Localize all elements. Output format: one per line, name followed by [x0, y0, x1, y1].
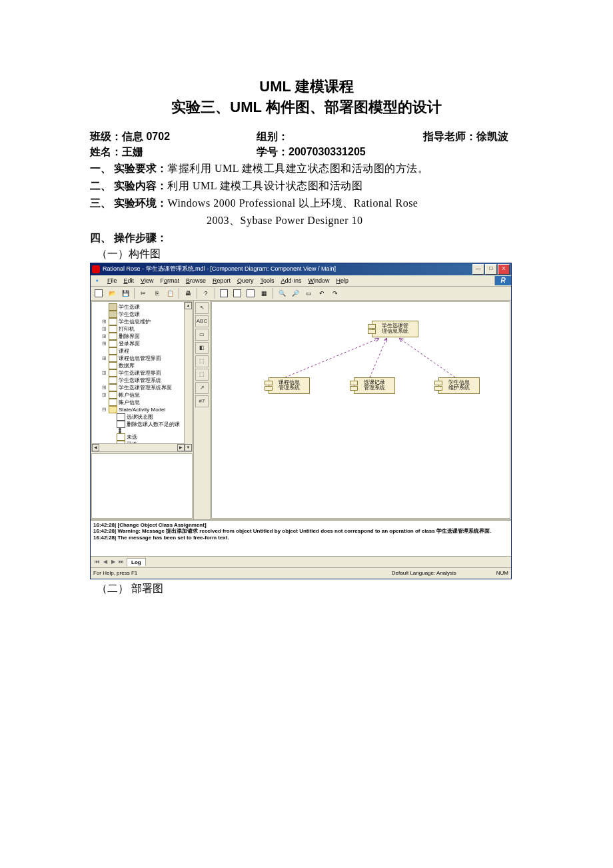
- tb-cut-icon[interactable]: ✂: [137, 287, 149, 299]
- tool-subprog-icon[interactable]: ⬚: [195, 369, 209, 381]
- tb-copy-icon[interactable]: ⎘: [151, 287, 163, 299]
- tree-item-label: 数据库: [119, 362, 135, 369]
- minimize-button[interactable]: —: [472, 264, 484, 275]
- tree-expand-icon[interactable]: ⊞: [101, 391, 107, 399]
- tb-fit-icon[interactable]: ▭: [303, 287, 314, 299]
- tool-lock-icon[interactable]: #7: [195, 395, 209, 407]
- tree-item[interactable]: ⊞学生选课管理系统界面: [93, 384, 191, 391]
- tb-redo-icon[interactable]: ↷: [329, 287, 341, 299]
- scroll-right-icon[interactable]: ▶: [177, 444, 185, 451]
- tree-item[interactable]: 学生选课管理系统: [93, 377, 191, 384]
- sec2-lead: 二、 实验内容：: [90, 180, 167, 191]
- tree-item[interactable]: ⊞打印机: [93, 325, 191, 333]
- tb-view1-icon[interactable]: [218, 287, 230, 299]
- tb-view4-icon[interactable]: ▦: [258, 287, 270, 299]
- menu-browse[interactable]: Browse: [186, 277, 206, 284]
- output-log[interactable]: 16:42:28| [Change Object Class Assignmen…: [91, 521, 511, 556]
- tree-item[interactable]: ⊞学生信息维护: [93, 318, 191, 325]
- menu-file[interactable]: File: [107, 277, 117, 284]
- tb-paste-icon[interactable]: 📋: [164, 287, 176, 299]
- tree-expand-icon[interactable]: ⊟: [101, 406, 107, 413]
- tree-item[interactable]: 课程: [93, 347, 191, 355]
- menu-window[interactable]: Window: [308, 277, 330, 284]
- tree-cls-icon: [109, 384, 117, 391]
- tree-item[interactable]: 未选: [93, 433, 191, 441]
- menu-query[interactable]: Query: [237, 277, 254, 284]
- tree-expand-icon[interactable]: ⊞: [101, 355, 107, 362]
- tb-new-icon[interactable]: [93, 287, 105, 299]
- titlebar[interactable]: Rational Rose - 学生选课管理系统.mdl - [Componen…: [91, 263, 511, 275]
- component-left[interactable]: 课程信息 管理系统: [269, 377, 310, 395]
- tool-text-icon[interactable]: ABC: [195, 315, 209, 327]
- tree-item[interactable]: 学生选课: [93, 311, 191, 318]
- tree-expand-icon[interactable]: ⊞: [101, 340, 107, 347]
- menu-addins[interactable]: Add-Ins: [281, 277, 302, 284]
- maximize-button[interactable]: □: [485, 264, 497, 275]
- name-value: 王姗: [122, 146, 143, 157]
- menu-format[interactable]: Format: [160, 277, 179, 284]
- diagram-canvas[interactable]: 学生选课管 理信息系统 课程信息 管理系统 选课记录 管理系统 学生信息 维护系…: [211, 301, 510, 519]
- tool-component-icon[interactable]: ◧: [195, 342, 209, 354]
- tree-item[interactable]: 删除选课人数不足的课: [93, 421, 191, 428]
- tree-expand-icon[interactable]: ⊞: [101, 369, 107, 377]
- scroll-left-icon[interactable]: ◀: [92, 444, 99, 451]
- tab-next-icon[interactable]: ▶: [109, 559, 117, 565]
- tb-open-icon[interactable]: 📂: [106, 287, 118, 299]
- tree-item[interactable]: ⊟State/Activity Model: [93, 406, 191, 413]
- close-button[interactable]: X: [498, 264, 510, 275]
- tab-prev-icon[interactable]: ◀: [101, 559, 109, 565]
- tb-view3-icon[interactable]: [245, 287, 257, 299]
- toolbar-separator: [273, 288, 273, 299]
- tab-log[interactable]: Log: [127, 558, 146, 566]
- tree-item-label: 学生信息维护: [119, 318, 151, 325]
- sec2-body: 利用 UML 建模工具设计状态图和活动图: [167, 180, 362, 191]
- tree-item[interactable]: 选课状态图: [93, 413, 191, 421]
- tool-note-icon[interactable]: ▭: [195, 329, 209, 341]
- scroll-up-icon[interactable]: ▲: [185, 302, 192, 309]
- tab-last-icon[interactable]: ⏭: [117, 559, 125, 565]
- tree-item[interactable]: ⊞帐户信息: [93, 391, 191, 399]
- tree-item[interactable]: 数据库: [93, 362, 191, 369]
- tb-save-icon[interactable]: 💾: [119, 287, 131, 299]
- tree-expand-icon[interactable]: ⊞: [101, 325, 107, 333]
- tree-item[interactable]: ⊞登录界面: [93, 340, 191, 347]
- tree-item[interactable]: ⊞课程信息管理界面: [93, 355, 191, 362]
- browser-tree[interactable]: 学生选课学生选课⊞学生信息维护⊞打印机⊞删除界面⊞登录界面课程⊞课程信息管理界面…: [91, 301, 193, 452]
- output-pane: 16:42:28| [Change Object Class Assignmen…: [91, 519, 511, 567]
- menu-view[interactable]: View: [141, 277, 153, 284]
- toolbar-separator: [179, 288, 179, 299]
- component-top[interactable]: 学生选课管 理信息系统: [372, 321, 418, 338]
- tree-item[interactable]: 账户信息: [93, 399, 191, 406]
- tree-scrollbar-horizontal[interactable]: ◀ ▶: [92, 443, 185, 451]
- tree-item[interactable]: 学生选课: [93, 303, 191, 311]
- tool-package-icon[interactable]: ⬚: [195, 355, 209, 367]
- tb-undo-icon[interactable]: ↶: [316, 287, 328, 299]
- component-mid[interactable]: 选课记录 管理系统: [354, 377, 395, 395]
- tree-expand-icon[interactable]: ⊞: [101, 333, 107, 340]
- menu-tools[interactable]: Tools: [261, 277, 275, 284]
- menu-help[interactable]: Help: [336, 277, 349, 284]
- tree-pkg-icon: [109, 311, 117, 318]
- tb-view2-icon[interactable]: [231, 287, 243, 299]
- tab-first-icon[interactable]: ⏮: [93, 559, 101, 565]
- tool-pointer-icon[interactable]: ↖: [195, 302, 209, 314]
- scroll-down-icon[interactable]: ▼: [185, 444, 192, 451]
- tree-item[interactable]: ⊞删除界面: [93, 333, 191, 340]
- menu-edit[interactable]: Edit: [124, 277, 135, 284]
- tree-cls-icon: [109, 362, 117, 369]
- teacher-value: 徐凯波: [476, 131, 508, 142]
- tb-help-icon[interactable]: ?: [200, 287, 212, 299]
- tree-expand-icon[interactable]: ⊞: [101, 384, 107, 391]
- tb-zoomout-icon[interactable]: 🔎: [289, 287, 301, 299]
- tree-item[interactable]: ⊞学生选课管理界面: [93, 369, 191, 377]
- documentation-pane[interactable]: [91, 453, 193, 519]
- group-label: 组别：: [257, 131, 289, 142]
- menu-report[interactable]: Report: [213, 277, 231, 284]
- tool-dependency-icon[interactable]: ↗: [195, 382, 209, 394]
- tree-expand-icon[interactable]: ⊞: [101, 318, 107, 325]
- course-title: UML 建模课程: [90, 77, 523, 97]
- component-right[interactable]: 学生信息 维护系统: [438, 377, 480, 395]
- tb-zoomin-icon[interactable]: 🔍: [276, 287, 288, 299]
- tree-scrollbar-vertical[interactable]: ▲ ▼: [184, 302, 192, 451]
- tb-print-icon[interactable]: 🖶: [182, 287, 194, 299]
